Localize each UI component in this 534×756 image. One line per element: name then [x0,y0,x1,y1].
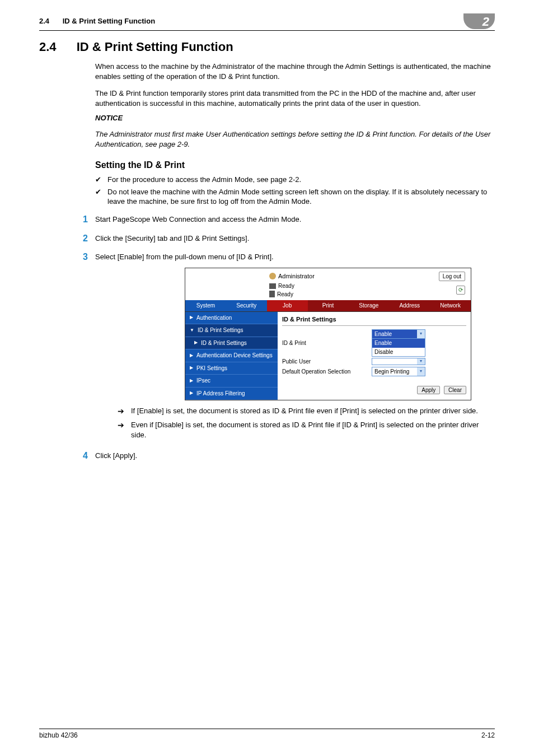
header-section-num: 2.4 [39,17,49,25]
page-title: 2.4 ID & Print Setting Function [39,40,495,54]
row-label-default-op: Default Operation Selection [282,368,372,376]
logout-button[interactable]: Log out [439,272,465,282]
screenshot-nav: ▶Authentication ▼ID & Print Settings ▶ID… [185,312,278,400]
running-header: 2.4 ID & Print Setting Function 2 [39,17,495,31]
refresh-icon[interactable]: ⟳ [456,286,465,295]
footer-product: bizhub 42/36 [39,731,78,739]
arrow-item: ➔If [Enable] is set, the document is sto… [118,406,495,417]
public-user-select[interactable]: ▾ [372,358,425,365]
screenshot-status: Ready Ready [269,282,294,298]
arrow-text: Even if [Disable] is set, the document i… [131,420,495,440]
screenshot-content: ID & Print Settings ID & Print Enable ▾ [278,312,471,400]
status-text: Ready [277,291,293,298]
step-text: Click [Apply]. [95,450,495,461]
arrow-right-icon: ➔ [118,420,131,431]
clear-button[interactable]: Clear [444,386,466,394]
nav-pki-settings[interactable]: ▶PKI Settings [185,362,278,375]
arrow-list: ➔If [Enable] is set, the document is sto… [118,406,495,440]
chevron-down-icon: ▾ [417,358,425,365]
person-icon [269,273,276,279]
check-item: ✔For the procedure to access the Admin M… [95,175,495,185]
user-name-text: Administrator [278,272,315,281]
step-number: 2 [83,232,95,245]
tab-security[interactable]: Security [226,300,267,311]
select-value: Enable [372,330,417,339]
apply-button[interactable]: Apply [417,386,440,394]
triangle-down-icon: ▼ [190,328,194,334]
tab-network[interactable]: Network [430,300,471,311]
step-number: 1 [83,213,95,226]
step-number: 3 [83,251,95,263]
title-text: ID & Print Setting Function [77,40,233,54]
paper-icon [269,291,275,297]
embedded-screenshot: Administrator Log out Ready Ready ⟳ [185,268,471,401]
nav-id-print-child[interactable]: ▶ID & Print Settings [185,337,278,350]
nav-ip-filter[interactable]: ▶IP Address Filtering [185,388,278,400]
nav-id-print-parent[interactable]: ▼ID & Print Settings [185,324,278,337]
tab-job[interactable]: Job [267,300,308,311]
tab-print[interactable]: Print [308,300,349,311]
chapter-number: 2 [483,15,489,29]
check-text: For the procedure to access the Admin Mo… [107,175,301,185]
chevron-down-icon: ▾ [417,367,425,376]
step-item: 1Start PageScope Web Connection and acce… [83,213,495,226]
step-text: Start PageScope Web Connection and acces… [95,213,495,225]
check-icon: ✔ [95,175,107,185]
subsection-title: Setting the ID & Print [95,160,495,170]
row-label-id-print: ID & Print [282,339,372,347]
steps-list: 1Start PageScope Web Connection and acce… [83,213,495,462]
step-item: 2Click the [Security] tab and [ID & Prin… [83,232,495,245]
title-num: 2.4 [39,40,57,54]
triangle-right-icon: ▶ [190,378,193,384]
intro-paragraph-2: The ID & Print function temporarily stor… [95,88,495,108]
header-section-title: ID & Print Setting Function [63,17,155,25]
row-label-public-user: Public User [282,358,372,366]
triangle-right-icon: ▶ [194,340,198,346]
step-item: 4Click [Apply]. [83,450,495,462]
dropdown-option-disable[interactable]: Disable [372,348,425,357]
step-number: 4 [83,450,95,462]
content-title: ID & Print Settings [282,315,466,326]
page-footer: bizhub 42/36 2-12 [39,729,495,739]
step-text: Select [Enable] from the pull-down menu … [95,252,495,262]
select-value: Begin Printing [372,367,417,376]
triangle-right-icon: ▶ [190,353,193,359]
id-print-select[interactable]: Enable ▾ [372,329,425,339]
step-text: Click the [Security] tab and [ID & Print… [95,232,495,244]
arrow-right-icon: ➔ [118,406,131,417]
tab-address[interactable]: Address [389,300,430,311]
intro-paragraph-1: When access to the machine by the Admini… [95,62,495,81]
check-item: ✔Do not leave the machine with the Admin… [95,187,495,207]
nav-auth-device[interactable]: ▶Authentication Device Settings [185,349,278,362]
default-op-select[interactable]: Begin Printing ▾ [372,367,425,377]
tab-storage[interactable]: Storage [348,300,389,311]
nav-ipsec[interactable]: ▶IPsec [185,375,278,388]
nav-authentication[interactable]: ▶Authentication [185,312,278,325]
status-text: Ready [278,282,294,290]
screenshot-user-label: Administrator [269,272,315,281]
select-value [372,358,417,365]
check-icon: ✔ [95,187,107,197]
notice-text: The Administrator must first make User A… [95,129,495,149]
chapter-badge: 2 [463,13,495,29]
notice-label: NOTICE [95,114,495,122]
arrow-item: ➔Even if [Disable] is set, the document … [118,420,495,440]
printer-icon [269,283,276,289]
checkmark-list: ✔For the procedure to access the Admin M… [95,175,495,207]
step-item: 3 Select [Enable] from the pull-down men… [83,251,495,443]
triangle-right-icon: ▶ [190,365,193,371]
tab-system[interactable]: System [185,300,226,311]
id-print-dropdown: Enable Disable [372,339,425,357]
footer-page-number: 2-12 [481,731,495,739]
check-text: Do not leave the machine with the Admin … [107,187,495,207]
chevron-down-icon: ▾ [417,330,425,339]
triangle-right-icon: ▶ [190,390,193,396]
dropdown-option-enable[interactable]: Enable [372,339,425,348]
triangle-right-icon: ▶ [190,315,193,321]
screenshot-tabs: System Security Job Print Storage Addres… [185,300,471,311]
arrow-text: If [Enable] is set, the document is stor… [131,406,478,416]
